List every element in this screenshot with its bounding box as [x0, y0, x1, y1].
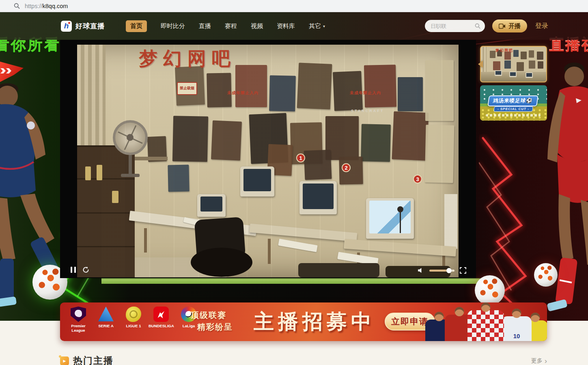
football-ball — [475, 275, 505, 305]
nav-item-live-scores[interactable]: 即时比分 — [161, 22, 185, 30]
login-link[interactable]: 登录 — [535, 22, 548, 30]
crt-monitor — [197, 194, 226, 217]
no-minors-label: 未成年禁止入内 — [350, 90, 381, 96]
fan-hub-decoration — [127, 134, 134, 141]
search-icon — [14, 3, 20, 9]
bottle-decoration — [112, 191, 118, 203]
site-logo-icon[interactable]: h — [61, 21, 72, 32]
bundesliga-icon — [153, 307, 169, 322]
nav-item-schedule[interactable]: 赛程 — [225, 22, 237, 30]
site-header: h 好球直播 首页 即时比分 直播 赛程 视频 资料库 其它▾ 开播 — [0, 12, 588, 40]
mini-poster-decoration — [490, 51, 495, 58]
mini-poster-decoration — [529, 50, 534, 58]
mini-poster-decoration — [529, 60, 535, 69]
league-bundesliga: BUNDESLIGA — [149, 307, 174, 333]
more-link[interactable]: 更多› — [531, 357, 547, 365]
logo-letter: h — [64, 22, 69, 30]
volume-icon[interactable] — [418, 268, 424, 273]
thumbnail-title-bubble: 鸡汤来喽足球⚽ — [487, 95, 538, 106]
nav-item-database[interactable]: 资料库 — [277, 22, 295, 30]
grass-strip-decoration — [101, 278, 491, 284]
pause-button[interactable] — [71, 267, 76, 273]
chair-seat-decoration — [191, 248, 252, 277]
door-decoration — [444, 194, 457, 249]
poster-decoration — [168, 164, 189, 192]
hot-anchors-section-header: ▶ 热门主播 更多› — [60, 354, 547, 365]
section-title: 热门主播 — [73, 354, 114, 365]
screen: https://k8qq.com 看你所看 直播视 — [0, 0, 588, 365]
nav-item-more[interactable]: 其它▾ — [309, 22, 325, 30]
start-broadcast-button[interactable]: 开播 — [492, 19, 527, 32]
banner-player-figure: 10 — [502, 309, 532, 341]
broadcast-label: 开播 — [508, 22, 521, 30]
player-controls-left — [71, 266, 90, 274]
site-search — [425, 20, 485, 32]
mini-monitor — [526, 72, 533, 78]
wall-marker: 3 — [413, 175, 422, 184]
cabinet-decoration — [77, 145, 135, 277]
thumbnail-next-video[interactable]: 鸡汤来喽足球⚽ - SPECIAL CUT - — [480, 85, 547, 121]
league-ligue1: LIGUE 1 — [121, 307, 146, 333]
crt-monitor-bright — [366, 198, 414, 239]
chevron-right-icon: › — [545, 357, 547, 365]
fan-base-decoration — [121, 174, 140, 177]
fan-stand-decoration — [129, 155, 132, 175]
video-surface[interactable]: 梦幻网吧 禁止吸烟 未成年禁止入内 未成年禁止入内 STARCRAFT 1 2 … — [77, 45, 459, 277]
browser-url-bar[interactable]: https://k8qq.com — [0, 0, 588, 12]
mini-monitor — [509, 71, 517, 77]
banner-headline: 主播招募中 — [254, 308, 375, 335]
poster-decoration — [304, 150, 332, 180]
thumbnail-current-video[interactable]: 梦幻网吧 — [480, 46, 547, 82]
main-nav: 首页 即时比分 直播 赛程 视频 资料库 其它▾ — [126, 20, 325, 32]
desk-leg — [144, 228, 147, 253]
fullscreen-button[interactable] — [460, 267, 466, 274]
thumbnail-title: 梦幻网吧 — [495, 48, 513, 53]
volume-slider[interactable] — [429, 270, 454, 272]
scene-title: 梦幻网吧 — [139, 46, 236, 71]
thumbnail-title: 鸡汤来喽足球 — [493, 98, 526, 104]
nav-item-home[interactable]: 首页 — [126, 20, 147, 32]
desk-leg — [268, 239, 271, 264]
url-text[interactable]: https://k8qq.com — [25, 3, 68, 9]
mini-poster-decoration — [538, 61, 543, 69]
mini-monitor — [495, 70, 502, 76]
no-minors-label: 未成年禁止入内 — [227, 90, 258, 96]
caption-decoration — [486, 114, 541, 117]
starcraft-poster-label: STARCRAFT — [351, 109, 384, 113]
ligue-1-icon — [126, 307, 141, 322]
poster-decoration — [361, 124, 391, 162]
volume-knob[interactable] — [446, 268, 452, 273]
desk-decoration — [250, 223, 358, 242]
mini-poster-decoration — [493, 61, 500, 70]
nav-item-videos[interactable]: 视频 — [251, 22, 263, 30]
crt-monitor — [299, 181, 337, 214]
mini-poster-decoration — [517, 62, 524, 71]
thumbnail-subtitle: - SPECIAL CUT - — [493, 106, 533, 112]
mini-poster-decoration — [513, 50, 519, 57]
soccer-ball-icon: ⚽ — [526, 98, 533, 104]
recruitment-banner[interactable]: Premier League SERIE A LIGUE 1 BUNDESLIG… — [60, 302, 547, 341]
search-icon[interactable] — [475, 23, 480, 29]
poster-decoration — [425, 60, 454, 121]
poster-decoration — [392, 111, 429, 160]
no-smoking-sign: 禁止吸烟 — [177, 82, 197, 95]
poster-decoration — [297, 63, 332, 109]
banner-slogan-line1: 顶级联赛 — [191, 309, 233, 321]
league-label: BUNDESLIGA — [149, 324, 174, 328]
mini-poster-decoration — [537, 52, 543, 60]
wall-marker: 2 — [342, 163, 351, 172]
poster-decoration — [425, 125, 454, 183]
refresh-button[interactable] — [82, 266, 90, 274]
poster-decoration — [269, 75, 296, 111]
nav-item-live[interactable]: 直播 — [199, 22, 211, 30]
football-ball — [534, 263, 558, 287]
bottle-decoration — [97, 165, 102, 180]
site-logo-text[interactable]: 好球直播 — [75, 22, 105, 31]
prev-arrow-icon[interactable] — [474, 60, 483, 68]
mini-poster-decoration — [521, 52, 527, 59]
poster-decoration — [172, 116, 208, 162]
poster-decoration — [235, 65, 267, 107]
video-play-icon: ▶ — [60, 356, 69, 365]
wall-marker: 1 — [296, 153, 305, 162]
header-right: 开播 登录 — [425, 19, 548, 32]
